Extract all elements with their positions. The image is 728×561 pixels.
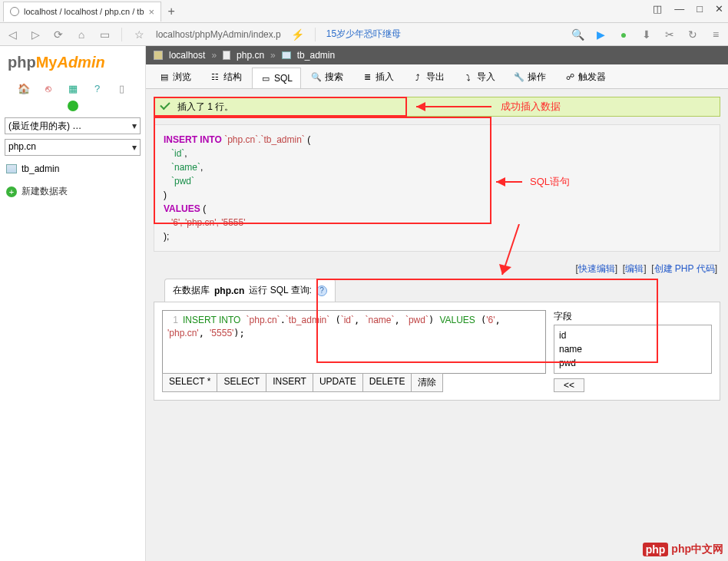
tab-label: 导入	[477, 71, 495, 84]
flash-icon: ⚡	[292, 28, 304, 41]
sql-kw: VALUES	[164, 203, 200, 214]
reload-icon[interactable]: ⟳	[52, 28, 65, 41]
plus-icon: +	[6, 186, 17, 197]
tab-operations[interactable]: 🔧操作	[505, 65, 554, 88]
recent-tables-select[interactable]: (最近使用的表) …	[5, 117, 141, 134]
search-icon: 🔍	[311, 72, 322, 83]
sql-col: `pwd`	[171, 176, 194, 186]
search-icon[interactable]: 🔍	[571, 28, 584, 41]
tab-browse[interactable]: ▤浏览	[151, 65, 200, 88]
reader-icon[interactable]: ▭	[98, 28, 111, 41]
reload-nav-icon[interactable]	[68, 101, 78, 111]
breadcrumb-table[interactable]: tb_admin	[297, 50, 335, 61]
update-button[interactable]: UPDATE	[313, 373, 363, 392]
insert-field-button[interactable]: <<	[554, 378, 584, 392]
inline-edit-link[interactable]: 快速编辑	[578, 263, 615, 274]
edit-links: [快速编辑] [编辑] [创建 PHP 代码]	[146, 259, 728, 279]
tab-insert[interactable]: ≣插入	[353, 65, 402, 88]
sql-icon[interactable]: ▦	[67, 82, 79, 94]
tab-export[interactable]: ⤴导出	[404, 65, 453, 88]
logo-admin: Admin	[57, 54, 104, 71]
field-item[interactable]: name	[559, 342, 706, 356]
main-area: localhost » php.cn » tb_admin ▤浏览 ☷结构 ▭S…	[146, 46, 728, 561]
forward-icon[interactable]: ▷	[29, 28, 41, 41]
home-icon[interactable]: ⌂	[75, 28, 88, 41]
window-maximize-icon[interactable]: □	[697, 3, 703, 15]
star-icon[interactable]: ☆	[133, 28, 145, 41]
browser-tab[interactable]: localhost / localhost / php.cn / tb ×	[3, 2, 161, 21]
create-table-button[interactable]: + 新建数据表	[5, 182, 141, 201]
insert-button[interactable]: INSERT	[266, 373, 313, 392]
chat-icon[interactable]: ●	[617, 28, 630, 41]
play-icon[interactable]: ▶	[594, 28, 607, 41]
cut-icon[interactable]: ✂	[663, 28, 676, 41]
tab-label: 浏览	[173, 71, 191, 84]
table-tree-item[interactable]: tb_admin	[5, 160, 141, 177]
undo-icon[interactable]: ↻	[687, 28, 699, 41]
tab-structure[interactable]: ☷结构	[201, 65, 250, 88]
sql-values: '6', 'php.cn', '5555'	[171, 217, 245, 228]
tab-sql[interactable]: ▭SQL	[252, 68, 301, 88]
export-icon: ⤴	[412, 72, 423, 83]
breadcrumb-server[interactable]: localhost	[169, 50, 205, 61]
create-table-label: 新建数据表	[22, 185, 68, 198]
edit-link[interactable]: 编辑	[625, 263, 644, 274]
bracket: ]	[615, 263, 617, 274]
help-icon[interactable]: ?	[91, 82, 104, 94]
new-tab-button[interactable]: +	[161, 2, 181, 21]
server-icon	[154, 51, 163, 60]
back-icon[interactable]: ◁	[6, 28, 18, 41]
home-icon[interactable]: 🏠	[18, 82, 30, 94]
sql-title-pre: 在数据库	[173, 284, 210, 297]
clear-button[interactable]: 清除	[412, 373, 443, 392]
tab-label: 结构	[223, 71, 242, 84]
field-item[interactable]: pwd	[559, 356, 706, 370]
tab-title: localhost / localhost / php.cn / tb	[24, 7, 144, 16]
download-icon[interactable]: ⬇	[640, 28, 653, 41]
logout-icon[interactable]: ⎋	[42, 82, 55, 94]
tab-triggers[interactable]: ☍触发器	[556, 65, 614, 88]
browser-toolbar: ◁ ▷ ⟳ ⌂ ▭ ☆ localhost/phpMyAdmin/index.p…	[0, 23, 728, 46]
globe-icon	[10, 7, 19, 16]
chevron-icon: »	[211, 50, 217, 61]
field-item[interactable]: id	[559, 328, 706, 342]
help-icon[interactable]: ?	[316, 285, 327, 296]
sidebar: phpMyAdmin 🏠 ⎋ ▦ ? ▯ (最近使用的表) … php.cn t…	[0, 46, 146, 561]
docs-icon[interactable]: ▯	[116, 82, 128, 94]
news-headline[interactable]: 15岁少年恐吓继母	[326, 28, 401, 41]
select-button[interactable]: SELECT	[217, 373, 266, 392]
bracket: ]	[715, 263, 717, 274]
watermark: php php中文网	[643, 543, 723, 556]
watermark-text: php中文网	[671, 543, 723, 556]
address-bar[interactable]: localhost/phpMyAdmin/index.p	[156, 29, 281, 40]
tick-icon	[160, 102, 173, 111]
tab-label: 搜索	[325, 71, 343, 84]
sql-col: `name`	[171, 162, 200, 173]
import-icon: ⤵	[463, 72, 474, 83]
sql-run-title: 在数据库 php.cn 运行 SQL 查询: ?	[164, 279, 336, 302]
fields-list[interactable]: id name pwd	[554, 325, 712, 374]
separator	[121, 28, 122, 41]
sql-editor[interactable]: 1INSERT INTO `php.cn`.`tb_admin` (`id`, …	[162, 310, 546, 374]
window-minimize-icon[interactable]: —	[674, 3, 684, 15]
sql-text: (	[307, 134, 310, 145]
success-text: 插入了 1 行。	[177, 101, 233, 114]
sql-text: );	[164, 229, 710, 243]
window-pin-icon[interactable]: ◫	[653, 3, 662, 15]
separator	[315, 28, 316, 41]
table-name: tb_admin	[22, 163, 59, 174]
breadcrumb-database[interactable]: php.cn	[237, 50, 264, 61]
create-php-code-link[interactable]: 创建 PHP 代码	[654, 263, 715, 274]
select-star-button[interactable]: SELECT *	[162, 373, 217, 392]
close-icon[interactable]: ×	[149, 6, 155, 18]
menu-icon[interactable]: ≡	[710, 28, 722, 41]
delete-button[interactable]: DELETE	[363, 373, 412, 392]
window-close-icon[interactable]: ✕	[715, 3, 723, 15]
database-select[interactable]: php.cn	[5, 139, 141, 156]
insert-icon: ≣	[362, 72, 372, 83]
browse-icon: ▤	[159, 72, 170, 83]
sql-text: )	[164, 188, 710, 202]
tab-import[interactable]: ⤵导入	[455, 65, 504, 88]
tab-search[interactable]: 🔍搜索	[303, 65, 352, 88]
phpmyadmin-logo: phpMyAdmin	[5, 52, 141, 78]
